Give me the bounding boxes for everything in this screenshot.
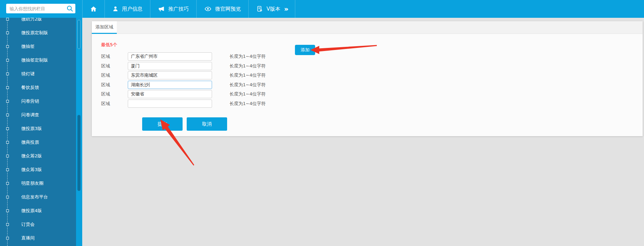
tree-node-icon	[6, 155, 9, 157]
tree-node-icon	[6, 223, 9, 226]
sidebar-scrollbar-track[interactable]	[76, 0, 82, 246]
region-label: 区域	[101, 100, 110, 108]
tab-strip: 添加区域	[92, 21, 643, 34]
region-form-row: 区域湖南长沙长度为1~4位字符	[92, 81, 643, 89]
sidebar-item[interactable]: 微众筹3版	[0, 163, 76, 177]
region-label: 区域	[101, 62, 110, 70]
region-form-row: 区域安徽省长度为1~4位字符	[92, 90, 643, 98]
tree-node-icon	[6, 73, 9, 75]
tree-node-icon	[6, 182, 9, 185]
tree-node-icon	[6, 86, 9, 89]
text-caret	[149, 82, 149, 87]
length-hint: 长度为1~4位字符	[230, 81, 265, 89]
region-input[interactable]: 广东省广州市	[128, 52, 212, 61]
sidebar-item[interactable]: 微投票定制版	[0, 26, 76, 40]
menu-item-v-version[interactable]: V版本»	[248, 0, 295, 18]
length-hint: 长度为1~4位字符	[230, 71, 265, 79]
region-label: 区域	[101, 52, 110, 61]
minimum-count-notice: 最低5个	[101, 42, 117, 48]
sidebar-item-label: 微抽签	[21, 40, 35, 53]
search-input[interactable]	[6, 4, 75, 13]
sidebar-item[interactable]: 信息发布平台	[0, 190, 76, 204]
sidebar-item[interactable]: 微众筹2版	[0, 149, 76, 163]
sidebar-item[interactable]: 微抽签	[0, 40, 76, 53]
tree-node-icon	[6, 114, 9, 116]
tree-node-icon	[6, 45, 9, 48]
sidebar: 微助力2版微投票定制版微抽签微抽签定制版猜灯谜餐饮反馈问卷营销问卷调查微投票3版…	[0, 0, 82, 246]
sidebar-item-label: 信息发布平台	[21, 190, 48, 204]
region-input[interactable]: 安徽省	[128, 90, 212, 98]
menu-item-site-preview[interactable]: 微官网预览	[196, 0, 248, 18]
region-input-value: 安徽省	[131, 91, 144, 96]
region-label: 区域	[101, 81, 110, 89]
tree-node-icon	[6, 237, 9, 239]
sidebar-scrollbar-thumb-outline[interactable]	[77, 20, 80, 49]
search-box	[6, 4, 75, 13]
region-input[interactable]: 厦门	[128, 62, 212, 70]
add-button[interactable]: 添加	[295, 45, 315, 55]
submit-button[interactable]: 提交	[142, 117, 183, 131]
sidebar-item[interactable]: 明星朋友圈	[0, 177, 76, 190]
tree-node-icon	[6, 31, 9, 34]
sidebar-item[interactable]: 猜灯谜	[0, 67, 76, 81]
sidebar-item-label: 问卷调查	[21, 108, 39, 122]
sidebar-item[interactable]: 餐饮反馈	[0, 81, 76, 94]
sidebar-item-label: 明星朋友圈	[21, 177, 44, 190]
menu-item-label: V版本	[267, 6, 280, 12]
sidebar-item-label: 微抽签定制版	[21, 53, 48, 67]
tab-add-region[interactable]: 添加区域	[92, 21, 117, 34]
sidebar-item-label: 微投票4版	[21, 204, 42, 218]
menu-item-label: 微官网预览	[215, 6, 241, 12]
sidebar-item[interactable]: 微投票3版	[0, 122, 76, 135]
menu-item-user-info[interactable]: 用户信息	[104, 0, 150, 18]
length-hint: 长度为1~4位字符	[230, 52, 265, 61]
length-hint: 长度为1~4位字符	[230, 62, 265, 70]
length-hint: 长度为1~4位字符	[230, 90, 265, 98]
sidebar-item[interactable]: 微抽签定制版	[0, 53, 76, 67]
sidebar-item-label: 微投票定制版	[21, 26, 48, 40]
region-input[interactable]: 湖南长沙	[128, 81, 212, 89]
region-label: 区域	[101, 90, 110, 98]
sidebar-item-label: 直播间	[21, 231, 35, 245]
tree-node-icon	[6, 168, 9, 171]
topbar-menu: 用户信息推广技巧微官网预览V版本»	[82, 0, 295, 18]
region-input-value: 湖南长沙	[131, 82, 149, 87]
tree-node-icon	[6, 127, 9, 130]
region-input-value: 厦门	[131, 63, 140, 68]
cancel-button[interactable]: 取消	[187, 117, 227, 131]
sidebar-item[interactable]: 订货会	[0, 218, 76, 231]
sidebar-scrollbar-thumb[interactable]	[77, 115, 80, 191]
region-input-value: 东莞市南城区	[131, 73, 158, 78]
tree-node-icon	[6, 59, 9, 62]
sidebar-item[interactable]: 微投票4版	[0, 204, 76, 218]
menu-item-label: 用户信息	[122, 6, 143, 12]
sidebar-item-label: 订货会	[21, 218, 35, 231]
region-form-row: 区域厦门长度为1~4位字符	[92, 62, 643, 70]
home-icon	[90, 5, 97, 12]
app-page: 微助力2版微投票定制版微抽签微抽签定制版猜灯谜餐饮反馈问卷营销问卷调查微投票3版…	[0, 0, 644, 246]
search-icon[interactable]	[66, 5, 74, 12]
region-form-row: 区域东莞市南城区长度为1~4位字符	[92, 71, 643, 79]
tree-node-icon	[6, 18, 9, 21]
promo-tips-icon	[158, 5, 165, 12]
sidebar-item-label: 微众筹3版	[21, 163, 42, 177]
menu-item-label: 推广技巧	[168, 6, 189, 12]
site-preview-icon	[204, 5, 212, 13]
tab-label: 添加区域	[96, 24, 113, 30]
region-input[interactable]: 东莞市南城区	[128, 71, 212, 79]
sidebar-item[interactable]: 直播间	[0, 231, 76, 245]
sidebar-item-label: 猜灯谜	[21, 67, 35, 81]
double-chevron-icon: »	[284, 5, 287, 12]
topbar: 用户信息推广技巧微官网预览V版本»	[0, 0, 644, 18]
sidebar-item[interactable]: 微商投票	[0, 135, 76, 149]
v-version-icon	[256, 5, 263, 12]
sidebar-item-label: 问卷营销	[21, 94, 39, 108]
region-input[interactable]	[128, 100, 212, 108]
menu-item-promo-tips[interactable]: 推广技巧	[150, 0, 196, 18]
sidebar-item[interactable]: 问卷营销	[0, 94, 76, 108]
length-hint: 长度为1~4位字符	[230, 100, 265, 108]
menu-item-home[interactable]	[82, 0, 104, 18]
region-input-value: 广东省广州市	[131, 54, 158, 59]
sidebar-item[interactable]: 问卷调查	[0, 108, 76, 122]
sidebar-item-label: 微众筹2版	[21, 149, 42, 163]
